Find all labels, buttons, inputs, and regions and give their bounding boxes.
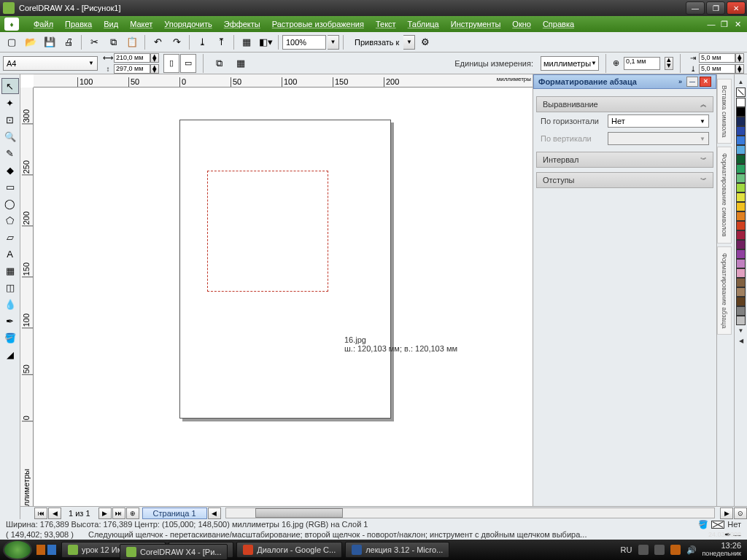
last-page-button[interactable]: ⏭ — [112, 508, 125, 519]
canvas-area[interactable]: 100 50 0 50 100 150 200 миллиметры 300 2… — [20, 74, 533, 519]
blend-tool-icon[interactable]: ◫ — [1, 279, 19, 295]
fill-indicator[interactable]: 🪣Нет — [698, 520, 741, 529]
docker-minimize-icon[interactable]: — — [686, 77, 698, 87]
volume-icon[interactable]: 🔊 — [686, 545, 697, 555]
color-swatch[interactable] — [736, 278, 746, 287]
quick-icon[interactable] — [47, 545, 56, 555]
color-swatch[interactable] — [736, 145, 746, 155]
color-swatch[interactable] — [736, 107, 746, 117]
side-tab-para-format[interactable]: Форматирование абзаца — [717, 246, 732, 335]
color-swatch[interactable] — [736, 221, 746, 230]
menu-таблица[interactable]: Таблица — [402, 18, 445, 31]
section-alignment[interactable]: Выравнивание︽ — [536, 96, 713, 112]
doc-close-button[interactable]: ✕ — [732, 20, 743, 29]
paste-icon[interactable]: 📋 — [123, 34, 141, 50]
color-swatch[interactable] — [736, 249, 746, 259]
palette-down-icon[interactable]: ▼ — [738, 327, 744, 334]
color-swatch[interactable] — [736, 155, 746, 164]
rectangle-tool-icon[interactable]: ▭ — [1, 179, 19, 195]
task-item-active[interactable]: CorelDRAW X4 - [Ри... — [120, 544, 228, 560]
new-icon[interactable]: ▢ — [3, 34, 20, 50]
page-size-combo[interactable]: A4 ▼ — [3, 56, 98, 71]
color-swatch[interactable] — [736, 287, 746, 297]
palette-flyout-icon[interactable]: ◀ — [739, 338, 743, 344]
welcome-icon[interactable]: ◧▾ — [257, 34, 274, 50]
hscroll-right-icon[interactable]: ▶ — [720, 508, 733, 519]
side-tab-insert-char[interactable]: Вставка символа — [717, 79, 732, 144]
palette-up-icon[interactable]: ▲ — [738, 79, 744, 85]
basic-shapes-icon[interactable]: ▱ — [1, 229, 19, 245]
color-swatch[interactable] — [736, 240, 746, 249]
task-item[interactable]: лекция 3.12 - Micro... — [345, 542, 449, 558]
color-swatch[interactable] — [736, 117, 746, 126]
portrait-button[interactable]: ▯ — [163, 54, 179, 73]
doc-restore-button[interactable]: ❐ — [719, 20, 729, 29]
copy-icon[interactable]: ⧉ — [104, 34, 122, 50]
zoom-input[interactable]: 100% — [282, 35, 326, 50]
shape-tool-icon[interactable]: ✦ — [1, 95, 19, 111]
layout2-icon[interactable]: ▦ — [232, 55, 249, 71]
next-page-button[interactable]: ▶ — [98, 508, 112, 519]
redo-icon[interactable]: ↷ — [168, 34, 185, 50]
app-launcher-icon[interactable]: ▦ — [238, 34, 255, 50]
options-icon[interactable]: ⚙ — [417, 34, 434, 50]
navigator-icon[interactable]: ⊙ — [734, 508, 747, 519]
horizontal-align-select[interactable]: Нет▼ — [608, 114, 709, 128]
menu-макет[interactable]: Макет — [124, 18, 158, 31]
menu-упорядочить[interactable]: Упорядочить — [158, 18, 217, 31]
tray-icon[interactable] — [654, 545, 665, 555]
hscroll-left-icon[interactable]: ◀ — [208, 508, 221, 519]
swatch-none[interactable] — [736, 88, 746, 97]
ellipse-tool-icon[interactable]: ◯ — [1, 195, 19, 211]
section-spacing[interactable]: Интервал︾ — [536, 152, 713, 168]
color-swatch[interactable] — [736, 230, 746, 240]
zoom-dropdown-icon[interactable]: ▼ — [328, 35, 339, 50]
menu-инструменты[interactable]: Инструменты — [445, 18, 507, 31]
color-swatch[interactable] — [736, 211, 746, 221]
tray-icon[interactable] — [638, 545, 649, 555]
spinner[interactable]: ▴▾ — [735, 53, 744, 63]
text-tool-icon[interactable]: A — [1, 246, 19, 262]
smart-fill-icon[interactable]: ◆ — [1, 162, 19, 178]
open-icon[interactable]: 📂 — [22, 34, 39, 50]
docker-close-icon[interactable]: ✕ — [700, 77, 711, 87]
menu-справка[interactable]: Справка — [537, 18, 580, 31]
menu-текст[interactable]: Текст — [370, 18, 402, 31]
layout-icon[interactable]: ⧉ — [210, 55, 228, 71]
tray-icon[interactable] — [670, 545, 681, 555]
cut-icon[interactable]: ✂ — [85, 34, 103, 50]
horizontal-scrollbar[interactable] — [225, 508, 715, 518]
color-swatch[interactable] — [736, 136, 746, 145]
section-indent[interactable]: Отступы︾ — [536, 172, 713, 188]
vertical-ruler[interactable]: 300 250 200 150 100 50 0 миллиметры — [20, 88, 34, 519]
nudge-input[interactable]: 0,1 мм — [624, 57, 660, 70]
close-button[interactable]: ✕ — [727, 1, 746, 15]
color-swatch[interactable] — [736, 297, 746, 306]
freehand-tool-icon[interactable]: ✎ — [1, 145, 19, 161]
import-placement-rect[interactable] — [207, 171, 328, 292]
start-button[interactable] — [3, 540, 32, 560]
color-swatch[interactable] — [736, 174, 746, 183]
dup-x-input[interactable]: 5,0 мм — [699, 53, 735, 63]
color-swatch[interactable] — [736, 126, 746, 136]
quick-icon[interactable] — [36, 545, 45, 555]
outline-tool-icon[interactable]: ✒ — [1, 313, 19, 329]
spinner[interactable]: ▴▾ — [665, 57, 673, 70]
color-swatch[interactable] — [736, 306, 746, 316]
interactive-fill-icon[interactable]: ◢ — [1, 346, 19, 362]
scrollbar-thumb[interactable] — [255, 508, 343, 518]
units-combo[interactable]: миллиметры▼ — [541, 56, 599, 71]
color-swatch[interactable] — [736, 259, 746, 268]
color-swatch[interactable] — [736, 202, 746, 211]
color-swatch[interactable] — [736, 192, 746, 202]
minimize-button[interactable]: — — [686, 1, 705, 15]
color-swatch[interactable] — [736, 316, 746, 325]
horizontal-ruler[interactable]: 100 50 0 50 100 150 200 миллиметры — [34, 74, 533, 88]
docker-titlebar[interactable]: Форматирование абзаца » — ✕ — [533, 74, 716, 89]
save-icon[interactable]: 💾 — [41, 34, 58, 50]
menu-эффекты[interactable]: Эффекты — [218, 18, 266, 31]
side-tab-char-format[interactable]: Форматирование символов — [717, 147, 732, 244]
eyedropper-tool-icon[interactable]: 💧 — [1, 296, 19, 312]
maximize-button[interactable]: ❐ — [706, 1, 725, 15]
menu-окно[interactable]: Окно — [506, 18, 537, 31]
